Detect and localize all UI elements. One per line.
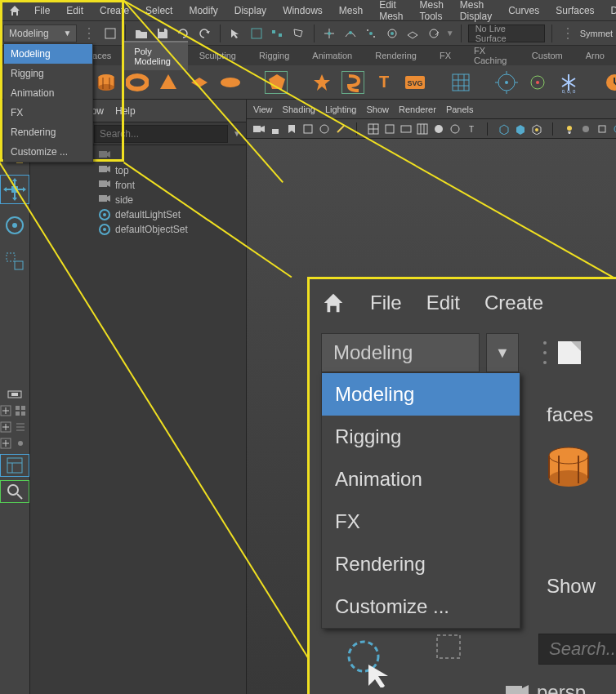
new-scene-icon[interactable] [101,24,119,42]
snap-point-icon[interactable] [363,24,381,42]
menu-file[interactable]: File [26,2,58,20]
zoom-item-rendering[interactable]: Rendering [322,543,520,585]
grid-icon[interactable] [449,71,472,94]
shelf-tab-fx[interactable]: FX [428,47,462,65]
zoom-workspace-dropdown[interactable]: Modeling [321,333,480,372]
filter-icon[interactable] [432,630,465,663]
snowflake-icon[interactable]: 0, 0, 0 [557,71,580,94]
home-icon[interactable] [8,4,21,17]
zoom-item-rigging[interactable]: Rigging [322,416,520,458]
zoom-outliner-show[interactable]: Show [547,575,596,598]
handle-icon[interactable] [559,24,577,42]
viewport-menu-show[interactable]: Show [366,105,389,114]
outliner-item[interactable]: top [30,163,246,178]
chevron-down-icon[interactable]: ▼ [446,29,454,38]
handle-icon[interactable] [80,24,98,42]
menu-display[interactable]: Display [226,2,275,20]
polysuper-icon[interactable] [310,71,333,94]
zoom-item-modeling[interactable]: Modeling [322,373,520,416]
plus-icon[interactable] [0,438,13,451]
zoom-search-input[interactable] [538,634,616,665]
vp-gate-icon[interactable] [399,122,413,136]
zoom-item-animation[interactable]: Animation [322,458,520,500]
shelf-tab-polymodeling[interactable]: Poly Modeling [123,41,187,70]
polycone-icon[interactable] [157,71,180,94]
shelf-tab-rendering[interactable]: Rendering [364,47,428,65]
snap-grid-icon[interactable] [321,24,339,42]
vp-shading-icon[interactable] [431,122,446,136]
viewport-menu-renderer[interactable]: Renderer [399,105,436,114]
menu-mesh[interactable]: Mesh [331,2,371,20]
move-tool-icon[interactable] [0,175,29,204]
dot-sm-icon[interactable] [15,438,28,451]
vp-isolate-icon[interactable] [595,122,609,136]
vp-2d-pan-icon[interactable] [317,122,332,136]
search-icon[interactable] [0,480,29,503]
menu-modify[interactable]: Modify [181,2,225,20]
vp-shadow-icon[interactable] [578,122,593,136]
shelf-tab-sculpting[interactable]: Sculpting [188,47,248,65]
snap-toggle-icon[interactable] [425,24,443,42]
home-icon[interactable] [321,291,346,315]
polycylinder-icon[interactable] [95,71,118,94]
vp-light-icon[interactable] [562,122,577,136]
shelf-tab-custom[interactable]: Custom [520,47,574,65]
polytorus-icon[interactable] [126,71,149,94]
vp-bookmark-icon[interactable] [284,122,299,136]
vp-tex-icon[interactable] [529,122,544,136]
outliner-menu-help[interactable]: Help [115,105,136,117]
polycylinder-icon[interactable] [542,441,595,493]
menu-meshtools[interactable]: Mesh Tools [412,0,452,25]
menu-deform[interactable]: Def [603,2,616,20]
undo-icon[interactable] [174,24,192,42]
workspace-item-modeling[interactable]: Modeling [4,44,92,64]
zoom-item-customize[interactable]: Customize ... [322,585,520,628]
zoom-shelf-tab-label[interactable]: faces [547,403,593,426]
menu-editmesh[interactable]: Edit Mesh [371,0,411,25]
menu-select[interactable]: Select [137,2,181,20]
menu-windows[interactable]: Windows [275,2,331,20]
menu-edit[interactable]: Edit [58,2,92,20]
outliner-item[interactable]: side [30,193,246,207]
snap-plane-icon[interactable] [404,24,422,42]
select-obj-icon[interactable] [248,24,266,42]
vp-text-icon[interactable]: T [464,122,479,136]
plus-icon[interactable] [0,405,13,418]
rotate-tool-icon[interactable] [0,211,29,240]
workspace-item-animation[interactable]: Animation [4,83,92,103]
polyhelix-icon[interactable] [341,71,364,94]
menu-create[interactable]: Create [92,2,137,20]
outliner-search-input[interactable] [94,125,228,143]
vp-xray-icon[interactable] [611,122,616,136]
vp-smooth-icon[interactable] [513,122,528,136]
plus-icon[interactable] [0,421,13,434]
zoom-menu-edit[interactable]: Edit [426,291,460,314]
viewport-menu-panels[interactable]: Panels [446,105,474,114]
zoom-outliner-item[interactable]: persp [506,681,586,694]
live-surface-field[interactable]: No Live Surface [468,24,546,42]
vp-wireframe-icon[interactable] [448,122,462,136]
grid-sm-icon[interactable] [15,405,28,418]
select-tool-icon[interactable] [342,638,391,687]
list-sm-icon[interactable] [15,421,28,434]
select-comp-icon[interactable] [269,24,287,42]
handle-icon[interactable] [542,336,548,369]
vp-wire-shade-icon[interactable] [497,122,511,136]
polydisc-icon[interactable] [188,71,211,94]
vp-lock-cam-icon[interactable] [268,122,283,136]
scale-tool-icon[interactable] [0,247,29,276]
vp-film-icon[interactable] [382,122,397,136]
workspace-item-customize[interactable]: Customize ... [4,142,92,162]
vp-image-plane-icon[interactable] [301,122,315,136]
snap-curve-icon[interactable] [341,24,359,42]
zoom-item-fx[interactable]: FX [322,500,520,543]
workspace-item-rendering[interactable]: Rendering [4,122,92,142]
polyplane-icon[interactable] [219,71,242,94]
pivot-icon[interactable] [495,71,518,94]
vp-select-cam-icon[interactable] [252,122,266,136]
shelf-tab-rigging[interactable]: Rigging [248,47,301,65]
vp-reso-icon[interactable] [415,122,430,136]
menu-surfaces[interactable]: Surfaces [547,2,602,20]
outliner-item[interactable]: defaultObjectSet [30,222,246,237]
menu-curves[interactable]: Curves [500,2,547,20]
